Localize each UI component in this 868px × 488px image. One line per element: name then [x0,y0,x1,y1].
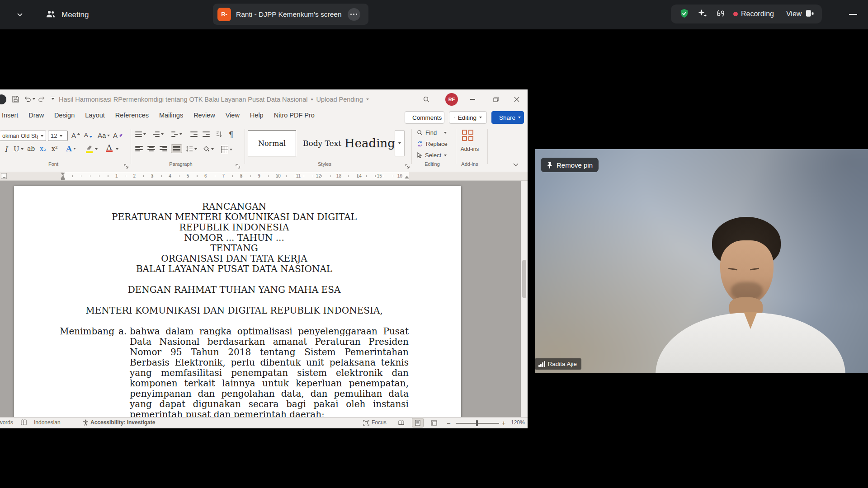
ribbon-tab[interactable]: Help [250,112,264,119]
select-button[interactable]: Select [417,152,447,159]
increase-indent-button[interactable] [203,131,210,137]
subscript-button[interactable]: x₂ [40,145,46,152]
print-layout-button[interactable] [412,418,423,427]
first-line-indent-marker[interactable] [61,173,65,175]
save-icon[interactable] [12,95,19,105]
recording-indicator[interactable]: Recording [733,10,774,18]
zoom-slider-thumb[interactable] [476,420,478,426]
find-button[interactable]: Find [417,129,447,136]
proofing-icon[interactable] [20,419,27,426]
pinned-video-tile[interactable]: Remove pin Radita Ajie [535,149,868,373]
search-icon[interactable] [420,94,432,105]
align-center-button[interactable] [147,146,155,151]
ribbon-tab[interactable]: References [115,112,149,119]
align-left-button[interactable] [135,146,143,151]
grow-font-button[interactable]: A [71,131,80,139]
style-heading[interactable]: Heading [346,130,393,156]
vertical-scrollbar[interactable] [521,181,528,417]
numbered-list-button[interactable] [153,131,164,137]
summary-icon[interactable] [715,8,726,20]
underline-button[interactable]: U [14,145,24,153]
redo-button[interactable] [38,95,46,104]
font-dialog-launcher-icon[interactable] [124,162,128,170]
highlight-color-button[interactable] [86,144,93,153]
web-layout-button[interactable] [429,418,439,427]
left-indent-marker[interactable] [61,178,65,180]
superscript-button[interactable]: x² [52,145,58,152]
ribbon-tab[interactable]: Draw [28,112,44,119]
document-title[interactable]: Hasil Harmonisasi RPermenkomdigi tentang… [59,96,369,103]
decrease-indent-button[interactable] [190,131,198,137]
ribbon-tab[interactable]: Review [193,112,215,119]
ribbon-tab[interactable]: Mailings [159,112,183,119]
styles-gallery-more-button[interactable] [395,130,405,156]
undo-button[interactable] [24,95,35,103]
font-size-select[interactable]: 12 [48,131,68,141]
italic-button[interactable]: I [5,145,7,154]
shading-button[interactable] [203,146,214,152]
customize-quick-access-icon[interactable] [51,97,55,100]
strikethrough-button[interactable]: ab [27,145,35,152]
tab-selector[interactable] [1,173,7,179]
font-color-button[interactable]: A [106,143,113,152]
multilevel-list-button[interactable] [171,131,182,137]
app-icon[interactable] [0,94,6,104]
accessibility-status[interactable]: Accessibility: Investigate [90,419,155,426]
editing-dropdown-icon [479,117,482,118]
ribbon-tab[interactable]: Design [54,112,75,119]
scrollbar-thumb[interactable] [522,260,526,298]
editing-mode-button[interactable]: Editing [449,111,487,124]
clear-formatting-button[interactable]: A [113,131,123,139]
minimize-window-icon[interactable] [849,14,857,15]
comments-button[interactable]: Comments [405,111,444,124]
account-avatar[interactable]: RF [445,93,458,106]
font-color-dropdown-icon[interactable] [116,148,118,150]
more-options-icon[interactable] [348,8,360,21]
language-selector[interactable]: Indonesian [34,419,61,426]
view-button[interactable]: View [786,9,814,19]
undo-dropdown-icon[interactable] [33,98,35,100]
add-ins-button-label[interactable]: Add-ins [454,146,486,152]
ribbon-tab[interactable]: View [226,112,240,119]
zoom-level[interactable]: 120% [511,419,525,426]
collapse-ribbon-icon[interactable] [513,160,519,169]
ribbon-tab[interactable]: Nitro PDF Pro [274,112,315,119]
font-group-label: Font [26,161,80,167]
borders-button[interactable] [221,146,232,153]
show-paragraph-marks-button[interactable]: ¶ [229,130,233,139]
font-name-select[interactable]: okman Old Style [0,131,46,141]
window-restore-icon[interactable] [490,94,502,105]
shrink-font-button[interactable]: A [84,131,92,138]
ai-companion-sparkle-icon[interactable] [697,8,708,20]
text-effects-button[interactable]: A [66,144,76,153]
zoom-out-button[interactable]: − [447,419,451,427]
highlight-dropdown-icon[interactable] [95,148,98,150]
read-mode-button[interactable] [396,418,406,427]
ribbon-tab[interactable]: Insert [2,112,18,119]
line-spacing-button[interactable] [186,146,197,152]
ribbon-tab[interactable]: Layout [85,112,105,119]
bullet-list-button[interactable] [135,131,146,137]
chevron-down-icon[interactable] [16,11,24,20]
focus-mode-button[interactable]: Focus [363,419,387,426]
paragraph-dialog-launcher-icon[interactable] [236,162,240,170]
window-close-icon[interactable] [511,94,523,105]
replace-button[interactable]: Replace [417,141,448,147]
share-button[interactable]: Share [491,111,524,124]
zoom-in-button[interactable]: + [502,419,505,427]
sort-button[interactable] [215,131,222,137]
justify-button[interactable] [171,145,182,153]
ruler-number: 9 [258,174,260,178]
window-minimize-icon[interactable] [467,94,478,105]
word-count[interactable]: words [0,419,13,426]
add-ins-button[interactable] [462,130,473,141]
remove-pin-button[interactable]: Remove pin [541,158,599,172]
change-case-button[interactable]: Aa [98,131,110,139]
right-indent-marker[interactable] [405,176,409,178]
style-body-text[interactable]: Body Text [299,130,345,156]
tab-meeting[interactable]: Meeting [45,0,89,29]
style-normal[interactable]: Normal [248,130,296,156]
security-shield-icon[interactable] [679,8,689,20]
align-right-button[interactable] [160,146,167,151]
tab-shared-screen[interactable]: R- Ranti - DJPP Kemenkum's screen [213,4,368,25]
